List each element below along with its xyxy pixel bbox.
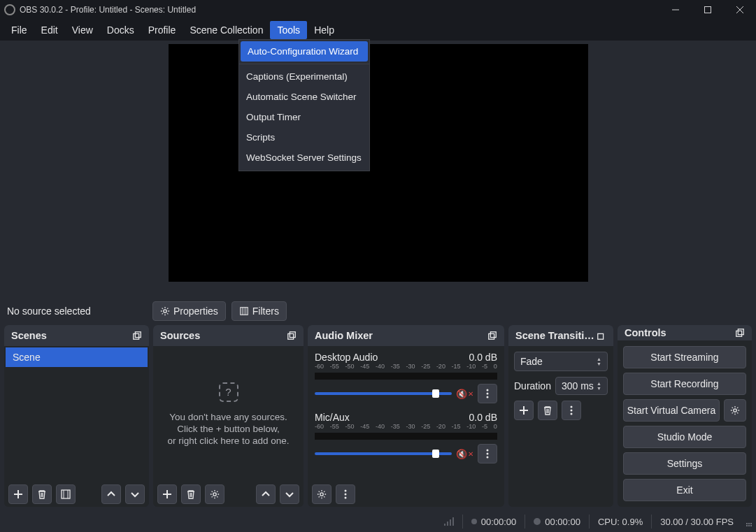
svg-point-13 <box>487 396 489 398</box>
settings-button[interactable]: Settings <box>623 452 746 475</box>
duration-input[interactable]: 300 ms ▲▼ <box>555 377 608 395</box>
audio-mixer-dock: Audio Mixer Desktop Audio 0.0 dB -60-55-… <box>308 325 504 507</box>
menu-docks[interactable]: Docks <box>100 21 141 39</box>
menu-edit[interactable]: Edit <box>34 21 65 39</box>
transition-more-button[interactable] <box>562 401 581 420</box>
popout-icon[interactable] <box>132 331 142 340</box>
popout-icon[interactable] <box>597 331 606 340</box>
scene-add-button[interactable] <box>8 484 28 504</box>
menu-view[interactable]: View <box>65 21 100 39</box>
properties-button[interactable]: Properties <box>152 301 226 321</box>
transition-add-button[interactable] <box>514 401 534 420</box>
resize-grip[interactable] <box>742 517 752 526</box>
preview-canvas[interactable] <box>169 44 588 282</box>
volume-slider[interactable] <box>315 392 452 395</box>
minimize-button[interactable] <box>659 0 692 20</box>
gear-icon <box>160 306 170 316</box>
mixer-settings-button[interactable] <box>312 484 331 504</box>
studio-mode-button[interactable]: Studio Mode <box>623 426 746 448</box>
mixer-channel: Desktop Audio 0.0 dB -60-55-50-45-40-35-… <box>308 346 504 406</box>
svg-point-17 <box>320 493 323 496</box>
mixer-channel: Mic/Aux 0.0 dB -60-55-50-45-40-35-30-25-… <box>308 406 504 466</box>
scene-filter-button[interactable] <box>56 484 76 504</box>
menu-help[interactable]: Help <box>307 21 341 39</box>
virtual-camera-settings-button[interactable] <box>724 399 746 422</box>
start-streaming-button[interactable]: Start Streaming <box>623 346 746 368</box>
duration-label: Duration <box>514 380 551 391</box>
transition-remove-button[interactable] <box>538 401 557 420</box>
svg-point-14 <box>487 450 489 452</box>
volume-slider[interactable] <box>315 452 452 455</box>
svg-point-15 <box>487 453 489 455</box>
rec-status: 00:00:00 <box>525 515 589 529</box>
live-dot-icon <box>471 519 477 524</box>
scene-down-button[interactable] <box>125 484 145 504</box>
chevron-updown-icon: ▲▼ <box>597 381 601 391</box>
menu-item-websocket[interactable]: WebSocket Server Settings <box>239 148 369 168</box>
menu-file[interactable]: File <box>4 21 34 39</box>
menu-item-output-timer[interactable]: Output Timer <box>239 107 369 127</box>
sources-header: Sources <box>153 325 304 346</box>
audio-meter <box>315 373 497 380</box>
start-recording-button[interactable]: Start Recording <box>623 373 746 395</box>
source-properties-button[interactable] <box>205 484 224 504</box>
popout-icon[interactable] <box>735 328 745 338</box>
gear-icon <box>730 405 740 415</box>
channel-more-button[interactable] <box>478 444 497 463</box>
scene-item[interactable]: Scene <box>6 347 148 367</box>
menu-profile[interactable]: Profile <box>141 21 183 39</box>
menu-tools[interactable]: Tools <box>270 21 307 39</box>
source-remove-button[interactable] <box>181 484 201 504</box>
svg-rect-0 <box>705 7 711 13</box>
scene-up-button[interactable] <box>101 484 121 504</box>
start-virtual-camera-button[interactable]: Start Virtual Camera <box>623 399 720 422</box>
source-down-button[interactable] <box>280 484 299 504</box>
svg-point-20 <box>345 497 347 499</box>
mixer-more-button[interactable] <box>336 484 355 504</box>
menu-item-auto-config[interactable]: Auto-Configuration Wizard <box>241 41 368 62</box>
menu-item-scene-switcher[interactable]: Automatic Scene Switcher <box>239 87 369 107</box>
status-bar: 00:00:00 00:00:00 CPU: 0.9% 30.00 / 30.0… <box>0 511 756 532</box>
window-title: OBS 30.0.2 - Profile: Untitled - Scenes:… <box>20 5 659 15</box>
sources-empty: ? You don't have any sources. Click the … <box>153 346 304 482</box>
channel-level: 0.0 dB <box>469 352 497 363</box>
transitions-dock: Scene Transiti… Fade ▲▼ Duration 300 ms … <box>508 325 613 507</box>
mute-icon[interactable]: 🔇✕ <box>456 389 473 399</box>
filters-button[interactable]: Filters <box>231 301 287 321</box>
popout-icon[interactable] <box>287 331 297 340</box>
source-add-button[interactable] <box>157 484 177 504</box>
svg-rect-7 <box>290 332 295 338</box>
trash-icon <box>186 489 196 499</box>
sources-empty-line3: or right click here to add one. <box>167 436 289 446</box>
svg-point-8 <box>213 493 216 496</box>
menu-scene-collection[interactable]: Scene Collection <box>183 21 270 39</box>
svg-rect-6 <box>288 333 294 339</box>
transitions-title: Scene Transiti… <box>515 330 594 341</box>
rec-time: 00:00:00 <box>545 517 580 527</box>
scenes-dock: Scenes Scene <box>4 325 149 507</box>
question-icon: ? <box>219 382 238 402</box>
docks-row: Scenes Scene Sources ? You don't have an… <box>0 325 756 507</box>
channel-name: Mic/Aux <box>315 412 350 423</box>
scene-remove-button[interactable] <box>32 484 52 504</box>
maximize-button[interactable] <box>692 0 724 20</box>
more-vert-icon <box>344 489 347 499</box>
svg-point-23 <box>571 410 573 412</box>
popout-icon[interactable] <box>487 331 497 340</box>
exit-button[interactable]: Exit <box>623 479 746 501</box>
svg-rect-9 <box>489 333 494 339</box>
source-up-button[interactable] <box>256 484 276 504</box>
channel-more-button[interactable] <box>478 384 497 403</box>
duration-value: 300 ms <box>562 380 594 391</box>
svg-rect-25 <box>736 331 742 336</box>
menu-item-captions[interactable]: Captions (Experimental) <box>239 66 369 87</box>
menu-item-scripts[interactable]: Scripts <box>239 127 369 148</box>
mute-icon[interactable]: 🔇✕ <box>456 449 473 459</box>
live-status: 00:00:00 <box>462 515 525 529</box>
svg-point-16 <box>487 456 489 459</box>
scenes-header: Scenes <box>4 325 149 346</box>
svg-point-18 <box>345 490 347 492</box>
close-button[interactable] <box>724 0 756 20</box>
svg-point-27 <box>734 409 736 412</box>
transition-select[interactable]: Fade ▲▼ <box>514 352 608 371</box>
